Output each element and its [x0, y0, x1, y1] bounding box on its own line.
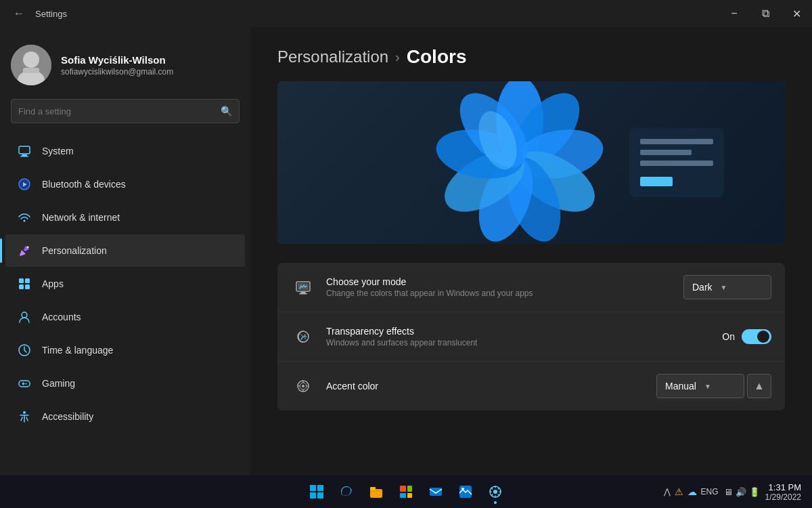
sidebar-item-gaming[interactable]: Gaming: [5, 367, 245, 400]
warning-icon: ⚠: [675, 486, 683, 497]
user-info: Sofia Wyciślik-Wilson sofiawycislikwilso…: [61, 54, 173, 77]
accounts-icon: [16, 309, 32, 325]
network-icon: 🖥: [724, 487, 733, 497]
taskbar-photos-icon[interactable]: [452, 478, 479, 505]
sidebar-item-label-accessibility: Accessibility: [42, 411, 93, 422]
breadcrumb-parent: Personalization: [277, 47, 388, 66]
accent-dropdown[interactable]: Manual ▼: [656, 374, 744, 398]
toggle-container: On: [722, 329, 771, 344]
sidebar-item-network[interactable]: Network & internet: [5, 201, 245, 234]
mode-title: Choose your mode: [326, 276, 683, 287]
personalization-icon: [16, 242, 32, 259]
accent-dropdown-arrow: ▼: [704, 383, 711, 390]
user-profile[interactable]: Sofia Wyciślik-Wilson sofiawycislikwilso…: [0, 34, 250, 99]
taskbar-mail-icon[interactable]: [422, 478, 449, 505]
main-layout: Sofia Wyciślik-Wilson sofiawycislikwilso…: [0, 27, 812, 508]
breadcrumb-separator: ›: [395, 49, 400, 65]
sidebar-item-label-gaming: Gaming: [42, 378, 75, 389]
mode-icon: [291, 275, 315, 299]
taskbar-store-icon[interactable]: [392, 478, 420, 505]
chevron-up-icon: ▲: [754, 380, 765, 392]
search-input[interactable]: [18, 106, 221, 117]
taskbar-center: [303, 478, 509, 505]
restore-button[interactable]: ⧉: [750, 0, 781, 27]
bluetooth-icon: [16, 176, 32, 192]
battery-icon: 🔋: [749, 487, 760, 497]
back-button[interactable]: ←: [8, 3, 30, 24]
svg-rect-46: [407, 493, 412, 498]
taskbar-edge-icon[interactable]: [333, 478, 360, 505]
mode-dropdown-arrow: ▼: [721, 284, 727, 291]
accent-icon: [291, 374, 315, 398]
time-icon: [16, 342, 32, 358]
svg-point-36: [302, 385, 304, 387]
taskbar-sys-icons: ⋀ ⚠ ☁ ENG: [664, 486, 719, 497]
sidebar-item-accessibility[interactable]: Accessibility: [5, 400, 245, 433]
avatar-image: [11, 45, 51, 85]
window-controls: − ⧉ ✕: [719, 0, 812, 27]
breadcrumb-current: Colors: [407, 46, 467, 68]
mode-dropdown-label: Dark: [692, 282, 713, 293]
svg-rect-10: [19, 278, 24, 283]
content-header: Personalization › Colors: [250, 27, 812, 81]
svg-rect-38: [317, 485, 323, 491]
transparency-text: Transparency effects Windows and surface…: [326, 326, 722, 347]
sidebar-item-system[interactable]: System: [5, 135, 245, 167]
system-icon: [16, 143, 32, 159]
transparency-toggle[interactable]: [742, 329, 771, 344]
search-container: 🔍: [0, 99, 250, 134]
close-button[interactable]: ✕: [781, 0, 812, 27]
preview-line-3: [640, 161, 713, 166]
transparency-desc: Windows and surfaces appear translucent: [326, 338, 722, 347]
lang-indicator: ENG: [701, 487, 719, 496]
taskbar-network-icons: 🖥 🔊 🔋: [724, 487, 760, 497]
accent-dropdown-label: Manual: [665, 381, 696, 391]
sidebar-item-personalization[interactable]: Personalization: [5, 234, 245, 267]
chevron-up-small-icon[interactable]: ⋀: [664, 487, 671, 496]
toggle-label: On: [722, 331, 735, 342]
sidebar-item-apps[interactable]: Apps: [5, 268, 245, 300]
user-name: Sofia Wyciślik-Wilson: [61, 54, 173, 66]
preview-container: [277, 81, 785, 244]
preview-inner: [277, 81, 785, 244]
avatar: [11, 45, 51, 85]
svg-rect-37: [310, 485, 316, 491]
network-icon: [16, 209, 32, 226]
sidebar-item-label-network: Network & internet: [42, 212, 120, 223]
taskbar-time-value: 1:31 PM: [765, 482, 801, 492]
taskbar-explorer-icon[interactable]: [363, 478, 390, 505]
app-title: Settings: [35, 9, 67, 19]
sidebar-item-accounts[interactable]: Accounts: [5, 301, 245, 333]
svg-rect-31: [300, 292, 306, 293]
mode-dropdown[interactable]: Dark ▼: [683, 275, 771, 299]
svg-point-49: [461, 488, 464, 490]
win11-bloom: [405, 81, 635, 244]
taskbar-date-value: 1/29/2022: [765, 492, 801, 502]
transparency-control: On: [722, 329, 771, 344]
taskbar-start-button[interactable]: [303, 478, 330, 505]
sidebar-item-time[interactable]: Time & language: [5, 334, 245, 366]
mode-text: Choose your mode Change the colors that …: [326, 276, 683, 298]
cloud-icon: ☁: [687, 486, 697, 497]
svg-rect-11: [25, 278, 30, 283]
accent-control: Manual ▼ ▲: [656, 374, 771, 398]
search-box[interactable]: 🔍: [11, 99, 240, 123]
taskbar-clock[interactable]: 1:31 PM 1/29/2022: [765, 482, 801, 502]
svg-rect-13: [25, 284, 30, 289]
accent-expand-button[interactable]: ▲: [747, 374, 771, 398]
transparency-icon: [291, 324, 315, 349]
search-icon: 🔍: [221, 106, 232, 117]
minimize-button[interactable]: −: [719, 0, 750, 27]
sidebar: Sofia Wyciślik-Wilson sofiawycislikwilso…: [0, 27, 250, 508]
active-dot: [494, 501, 497, 504]
sidebar-item-label-personalization: Personalization: [42, 245, 107, 256]
svg-rect-5: [22, 154, 27, 156]
sidebar-item-bluetooth[interactable]: Bluetooth & devices: [5, 168, 245, 200]
setting-row-mode: Choose your mode Change the colors that …: [277, 263, 785, 312]
svg-point-1: [23, 51, 39, 68]
setting-row-accent: Accent color Manual ▼ ▲: [277, 362, 785, 410]
settings-section: Choose your mode Change the colors that …: [277, 263, 785, 410]
svg-rect-44: [407, 486, 412, 492]
title-bar: ← Settings − ⧉ ✕: [0, 0, 812, 27]
taskbar-settings-icon[interactable]: [482, 478, 509, 505]
